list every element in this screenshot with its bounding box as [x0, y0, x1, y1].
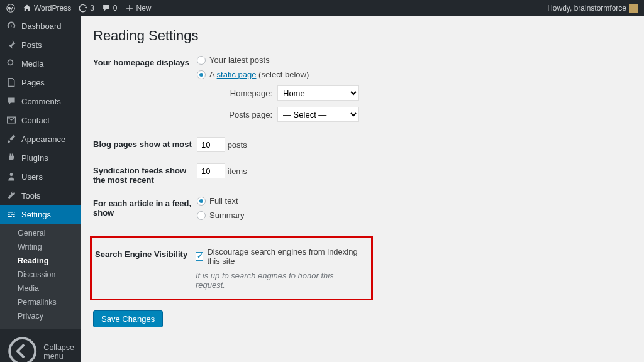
wordpress-icon: [6, 4, 15, 13]
account-link[interactable]: Howdy, brainstormforce: [547, 4, 638, 13]
syndication-unit: items: [228, 167, 247, 176]
menu-label: Pages: [21, 78, 45, 87]
update-icon: [79, 4, 87, 13]
opt-static-page[interactable]: A static page (select below): [197, 70, 631, 79]
postspage-sublabel: Posts page:: [222, 110, 272, 119]
radio-full[interactable]: [197, 197, 206, 206]
syndication-input[interactable]: [197, 163, 225, 178]
radio-static[interactable]: [197, 70, 206, 79]
radio-latest[interactable]: [197, 56, 206, 65]
label-blog-pages: Blog pages show at most: [93, 137, 197, 149]
updates-count: 3: [90, 4, 94, 13]
wp-logo[interactable]: [6, 4, 15, 13]
save-button[interactable]: Save Changes: [93, 310, 163, 327]
discourage-checkbox[interactable]: [196, 252, 203, 261]
comments-count: 0: [113, 4, 118, 13]
submenu-writing[interactable]: Writing: [0, 240, 80, 254]
menu-label: Contact: [21, 116, 50, 125]
site-name-link[interactable]: WordPress: [23, 4, 71, 13]
updates-link[interactable]: 3: [79, 4, 94, 13]
mail-icon: [6, 115, 16, 125]
menu-appearance[interactable]: Appearance: [0, 129, 80, 148]
menu-label: Dashboard: [21, 21, 62, 31]
menu-label: Users: [21, 172, 43, 182]
label-syndication: Syndication feeds show the most recent: [93, 163, 197, 185]
submenu-permalinks[interactable]: Permalinks: [0, 295, 80, 309]
submenu-reading[interactable]: Reading: [0, 254, 80, 268]
brush-icon: [6, 134, 16, 144]
menu-label: Posts: [21, 40, 42, 50]
comment-icon: [102, 4, 111, 13]
menu-label: Settings: [21, 210, 51, 219]
menu-media[interactable]: Media: [0, 54, 80, 73]
submenu-media[interactable]: Media: [0, 282, 80, 295]
opt-full-text[interactable]: Full text: [197, 196, 631, 206]
dashboard-icon: [6, 21, 16, 31]
menu-contact[interactable]: Contact: [0, 111, 80, 129]
row-postspage-select: Posts page: — Select —: [222, 107, 631, 122]
collapse-menu[interactable]: Collapse menu: [0, 328, 80, 362]
row-homepage-select: Homepage: Home: [222, 85, 631, 101]
label-feed: For each article in a feed, show: [93, 196, 197, 217]
plus-icon: [125, 4, 134, 13]
wrench-icon: [6, 190, 16, 200]
svg-point-2: [10, 173, 13, 176]
label-visibility: Search Engine Visibility: [92, 247, 196, 259]
user-icon: [6, 172, 16, 182]
plug-icon: [6, 153, 16, 163]
menu-tools[interactable]: Tools: [0, 186, 80, 205]
opt-static-label: A static page (select below): [209, 70, 309, 79]
opt-latest-posts[interactable]: Your latest posts: [197, 55, 631, 65]
menu-label: Media: [21, 59, 43, 69]
blog-pages-unit: posts: [228, 140, 247, 150]
pin-icon: [6, 40, 16, 50]
homepage-select[interactable]: Home: [277, 85, 359, 101]
admin-bar: WordPress 3 0 New Howdy, brainstormforce: [0, 0, 644, 16]
menu-label: Comments: [21, 97, 61, 106]
menu-label: Appearance: [21, 134, 65, 144]
media-icon: [6, 58, 16, 69]
collapse-label: Collapse menu: [43, 343, 74, 361]
avatar: [629, 4, 638, 13]
howdy-text: Howdy, brainstormforce: [547, 4, 626, 13]
admin-sidebar: Dashboard Posts Media Pages Comments Con…: [0, 16, 80, 362]
postspage-select[interactable]: — Select —: [277, 107, 359, 122]
menu-users[interactable]: Users: [0, 167, 80, 186]
svg-point-1: [8, 60, 13, 65]
summary-label: Summary: [209, 211, 245, 220]
comments-link[interactable]: 0: [102, 4, 118, 13]
menu-label: Tools: [21, 191, 40, 200]
row-homepage-displays: Your homepage displays Your latest posts…: [93, 55, 631, 126]
full-text-label: Full text: [209, 196, 238, 206]
discourage-row[interactable]: Discourage search engines from indexing …: [196, 247, 365, 266]
new-link[interactable]: New: [125, 4, 152, 13]
submenu-discussion[interactable]: Discussion: [0, 268, 80, 282]
settings-submenu: General Writing Reading Discussion Media…: [0, 224, 80, 328]
row-syndication: Syndication feeds show the most recent i…: [93, 163, 631, 185]
new-label: New: [136, 4, 152, 13]
submenu-general[interactable]: General: [0, 226, 80, 240]
static-page-link[interactable]: static page: [217, 70, 257, 79]
menu-settings[interactable]: Settings: [0, 205, 80, 224]
row-feed-content: For each article in a feed, show Full te…: [93, 196, 631, 225]
discourage-label: Discourage search engines from indexing …: [207, 247, 365, 266]
visibility-desc: It is up to search engines to honor this…: [196, 271, 365, 290]
opt-summary[interactable]: Summary: [197, 211, 631, 220]
blog-pages-input[interactable]: [197, 137, 225, 152]
row-blog-pages: Blog pages show at most posts: [93, 137, 631, 152]
sliders-icon: [6, 209, 16, 219]
home-icon: [23, 4, 31, 13]
homepage-sublabel: Homepage:: [222, 89, 272, 98]
label-homepage: Your homepage displays: [93, 55, 197, 67]
content-area: Reading Settings Your homepage displays …: [80, 16, 644, 362]
menu-label: Plugins: [21, 153, 48, 163]
page-icon: [6, 77, 16, 87]
menu-posts[interactable]: Posts: [0, 35, 80, 54]
menu-dashboard[interactable]: Dashboard: [0, 16, 80, 35]
menu-plugins[interactable]: Plugins: [0, 148, 80, 167]
menu-comments[interactable]: Comments: [0, 92, 80, 111]
submenu-privacy[interactable]: Privacy: [0, 309, 80, 323]
svg-point-3: [9, 338, 35, 362]
menu-pages[interactable]: Pages: [0, 73, 80, 92]
radio-summary[interactable]: [197, 211, 206, 220]
